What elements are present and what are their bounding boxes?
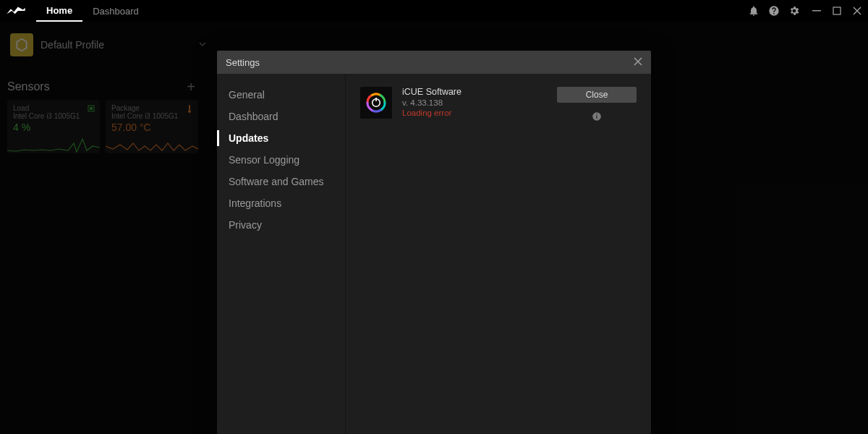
- nav-tab-home[interactable]: Home: [36, 0, 82, 22]
- window-minimize-button[interactable]: [812, 6, 822, 16]
- window-close-button[interactable]: [852, 6, 862, 16]
- svg-rect-0: [812, 10, 821, 12]
- settings-modal: Settings General Dashboard Updates Senso…: [217, 51, 651, 434]
- titlebar-actions: [748, 5, 800, 17]
- settings-nav-label: General: [229, 89, 265, 101]
- software-version: v. 4.33.138: [402, 98, 461, 107]
- titlebar: Home Dashboard: [0, 0, 868, 22]
- settings-nav-label: Sensor Logging: [229, 154, 299, 166]
- software-name: iCUE Software: [402, 87, 461, 97]
- settings-nav-label: Updates: [229, 132, 268, 144]
- settings-nav-software-games[interactable]: Software and Games: [217, 171, 345, 192]
- info-icon[interactable]: [592, 111, 602, 124]
- update-close-button[interactable]: Close: [557, 87, 637, 103]
- settings-nav-label: Privacy: [229, 219, 262, 231]
- svg-rect-9: [375, 98, 377, 101]
- settings-modal-title: Settings: [226, 57, 260, 68]
- help-icon[interactable]: [768, 5, 780, 17]
- svg-rect-12: [596, 114, 597, 115]
- update-close-label: Close: [586, 90, 608, 100]
- software-meta: iCUE Software v. 4.33.138 Loading error: [402, 87, 461, 117]
- notifications-icon[interactable]: [748, 5, 760, 17]
- settings-nav-dashboard[interactable]: Dashboard: [217, 106, 345, 127]
- nav-tab-dashboard-label: Dashboard: [93, 6, 139, 17]
- settings-nav-label: Dashboard: [229, 111, 278, 122]
- window-maximize-button[interactable]: [832, 6, 842, 16]
- settings-icon[interactable]: [788, 5, 800, 17]
- settings-content: iCUE Software v. 4.33.138 Loading error …: [346, 74, 651, 434]
- app-root: Home Dashboard: [0, 0, 868, 434]
- software-update-row: iCUE Software v. 4.33.138 Loading error …: [360, 87, 637, 124]
- nav-tab-dashboard[interactable]: Dashboard: [82, 0, 149, 22]
- update-actions: Close: [557, 87, 637, 124]
- settings-nav-sensor-logging[interactable]: Sensor Logging: [217, 149, 345, 171]
- settings-nav-label: Integrations: [229, 197, 281, 209]
- settings-nav-integrations[interactable]: Integrations: [217, 192, 345, 214]
- settings-nav-label: Software and Games: [229, 176, 324, 187]
- settings-modal-header: Settings: [217, 51, 651, 74]
- nav-tab-home-label: Home: [46, 5, 72, 16]
- settings-nav-privacy[interactable]: Privacy: [217, 214, 345, 236]
- svg-rect-11: [596, 116, 597, 119]
- settings-nav-general[interactable]: General: [217, 84, 345, 106]
- settings-nav: General Dashboard Updates Sensor Logging…: [217, 74, 346, 434]
- software-status: Loading error: [402, 109, 461, 117]
- svg-rect-1: [833, 7, 841, 14]
- settings-modal-close-icon[interactable]: [634, 56, 642, 68]
- corsair-logo-icon: [6, 4, 26, 18]
- settings-nav-updates[interactable]: Updates: [217, 127, 345, 149]
- icue-logo-icon: [360, 87, 392, 119]
- window-controls: [812, 6, 862, 16]
- main-nav: Home Dashboard: [36, 0, 149, 22]
- settings-modal-body: General Dashboard Updates Sensor Logging…: [217, 74, 651, 434]
